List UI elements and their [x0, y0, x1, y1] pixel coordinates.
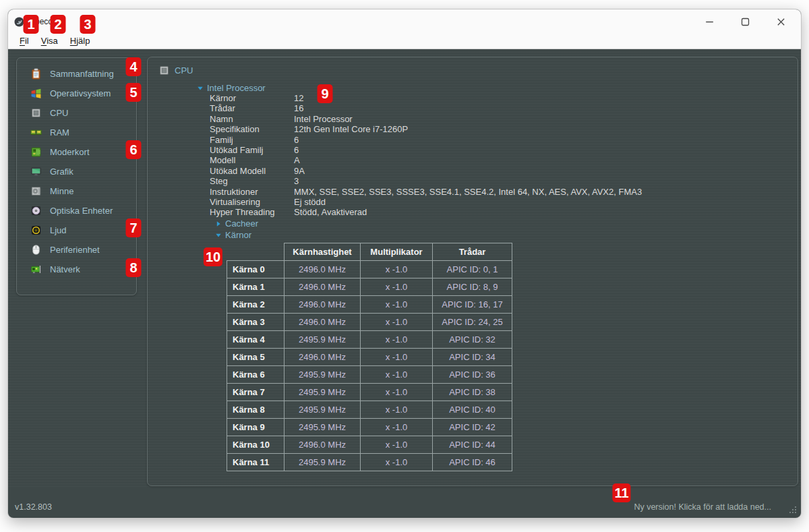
monitor-icon	[30, 166, 42, 177]
sidebar-item-grafik[interactable]: Grafik	[17, 162, 136, 181]
table-row: Kärna 92495.9 MHzx -1.0APIC ID: 42	[227, 418, 512, 436]
core-value-cell: 2495.9 MHz	[284, 418, 361, 436]
core-value-cell: x -1.0	[361, 418, 433, 436]
update-notice[interactable]: Ny version! Klicka för att ladda ned...	[634, 502, 771, 512]
detail-row-trådar: Trådar16	[148, 103, 798, 113]
core-value-cell: APIC ID: 40	[433, 401, 512, 418]
core-name-cell: Kärna 6	[227, 365, 284, 383]
close-button[interactable]	[766, 12, 796, 31]
processor-node-label: Intel Processor	[207, 83, 266, 93]
detail-row-steg: Steg3	[148, 176, 798, 186]
detail-row-hyper-threading: Hyper ThreadingStödd, Avaktiverad	[148, 207, 798, 217]
annotation-marker-1: 1	[24, 15, 39, 34]
cores-table: KärnhastighetMultiplikatorTrådar Kärna 0…	[227, 243, 512, 471]
detail-value: Ej stödd	[294, 197, 326, 207]
resize-grip-icon[interactable]	[788, 505, 798, 514]
detail-row-utökad-modell: Utökad Modell9A	[148, 166, 798, 176]
optical-drive-icon	[30, 205, 42, 216]
sidebar-item-ram[interactable]: RAM	[17, 123, 136, 142]
core-name-cell: Kärna 3	[227, 313, 284, 330]
core-value-cell: x -1.0	[361, 436, 433, 453]
core-value-cell: 2495.9 MHz	[284, 453, 361, 471]
annotation-marker-8: 8	[126, 258, 142, 277]
detail-value: Stödd, Avaktiverad	[294, 207, 367, 217]
desktop: { "window": { "title": "Speccy", "contro…	[0, 0, 809, 532]
content-panel: CPU Intel Processor Kärnor12Trådar16Namn…	[147, 57, 798, 486]
tree-node-kärnor[interactable]: Kärnor	[148, 230, 798, 241]
column-header-trådar: Trådar	[433, 243, 512, 260]
core-name-cell: Kärna 1	[227, 278, 284, 295]
core-value-cell: APIC ID: 38	[433, 383, 512, 401]
core-value-cell: 2495.9 MHz	[284, 383, 361, 401]
core-value-cell: 2495.9 MHz	[284, 330, 361, 348]
core-value-cell: APIC ID: 36	[433, 365, 512, 383]
table-row: Kärna 42495.9 MHzx -1.0APIC ID: 32	[227, 330, 512, 348]
core-value-cell: x -1.0	[361, 313, 433, 330]
annotation-marker-11: 11	[612, 483, 630, 502]
processor-tree-node[interactable]: Intel Processor	[148, 83, 798, 93]
cpu-subnodes: CacheerKärnor	[148, 218, 798, 241]
sidebar-item-periferienhet[interactable]: Periferienhet	[17, 240, 136, 260]
maximize-button[interactable]	[730, 12, 760, 31]
core-value-cell: APIC ID: 42	[433, 418, 512, 436]
core-value-cell: 2496.0 MHz	[284, 436, 361, 453]
detail-row-kärnor: Kärnor12	[148, 93, 798, 103]
menu-item-fil[interactable]: Fil	[13, 34, 35, 48]
menu-item-visa[interactable]: Visa	[35, 34, 64, 48]
core-value-cell: APIC ID: 16, 17	[433, 295, 512, 313]
statusbar: v1.32.803 Ny version! Klicka för att lad…	[8, 487, 801, 518]
minimize-button[interactable]	[694, 12, 724, 31]
core-value-cell: APIC ID: 44	[433, 436, 512, 453]
detail-label: Familj	[210, 135, 294, 145]
tree-collapsed-icon	[215, 220, 222, 227]
table-row: Kärna 102496.0 MHzx -1.0APIC ID: 44	[227, 436, 512, 453]
core-value-cell: APIC ID: 8, 9	[433, 278, 512, 295]
detail-value: MMX, SSE, SSE2, SSE3, SSSE3, SSE4.1, SSE…	[294, 187, 642, 197]
motherboard-icon	[30, 146, 42, 158]
annotation-marker-10: 10	[204, 247, 222, 266]
annotation-marker-9: 9	[318, 84, 333, 103]
annotation-marker-6: 6	[126, 140, 142, 159]
sidebar-item-nätverk[interactable]: Nätverk	[17, 260, 136, 279]
tree-node-label: Kärnor	[225, 230, 251, 240]
sidebar-item-label: Operativsystem	[50, 88, 111, 98]
sidebar-item-label: Minne	[50, 186, 73, 196]
version-label: v1.32.803	[15, 502, 52, 512]
annotation-marker-3: 3	[80, 15, 96, 34]
detail-row-modell: ModellA	[148, 155, 798, 165]
sidebar-item-optiska-enheter[interactable]: Optiska Enheter	[17, 201, 136, 220]
sidebar-item-ljud[interactable]: Ljud	[17, 220, 136, 240]
menubar: FilVisaHjälp	[8, 34, 801, 49]
sidebar-item-cpu[interactable]: CPU	[17, 103, 136, 123]
core-value-cell: APIC ID: 46	[433, 453, 512, 471]
detail-value: 6	[294, 135, 299, 145]
cpu-details: Kärnor12Trådar16NamnIntel ProcessorSpeci…	[148, 93, 798, 218]
tree-node-cacheer[interactable]: Cacheer	[148, 218, 798, 229]
detail-row-utökad-familj: Utökad Familj6	[148, 145, 798, 155]
detail-label: Virtualisering	[210, 197, 294, 207]
core-value-cell: x -1.0	[361, 260, 433, 278]
detail-label: Utökad Familj	[210, 145, 294, 155]
core-value-cell: x -1.0	[361, 383, 433, 401]
annotation-marker-7: 7	[126, 218, 142, 237]
mouse-icon	[30, 244, 42, 256]
network-icon	[30, 264, 42, 275]
core-value-cell: APIC ID: 24, 25	[433, 313, 512, 330]
minimize-icon	[704, 16, 715, 28]
tree-node-label: Cacheer	[225, 218, 258, 229]
table-row: Kärna 112495.9 MHzx -1.0APIC ID: 46	[227, 453, 512, 471]
detail-row-virtualisering: VirtualiseringEj stödd	[148, 197, 798, 207]
cpu-icon	[158, 65, 170, 76]
core-name-cell: Kärna 7	[227, 383, 284, 401]
menu-item-hjälp[interactable]: Hjälp	[64, 34, 96, 48]
annotation-marker-2: 2	[51, 15, 66, 34]
table-row: Kärna 82495.9 MHzx -1.0APIC ID: 40	[227, 401, 512, 418]
sidebar-item-operativsystem[interactable]: Operativsystem	[17, 84, 136, 103]
sidebar-item-minne[interactable]: Minne	[17, 181, 136, 201]
cpu-section-header: CPU	[148, 65, 798, 76]
sidebar-item-sammanfattning[interactable]: Sammanfattning	[17, 64, 136, 84]
close-icon	[775, 16, 787, 28]
sidebar-item-moderkort[interactable]: Moderkort	[17, 142, 136, 162]
core-value-cell: x -1.0	[361, 330, 433, 348]
core-value-cell: x -1.0	[361, 453, 433, 471]
